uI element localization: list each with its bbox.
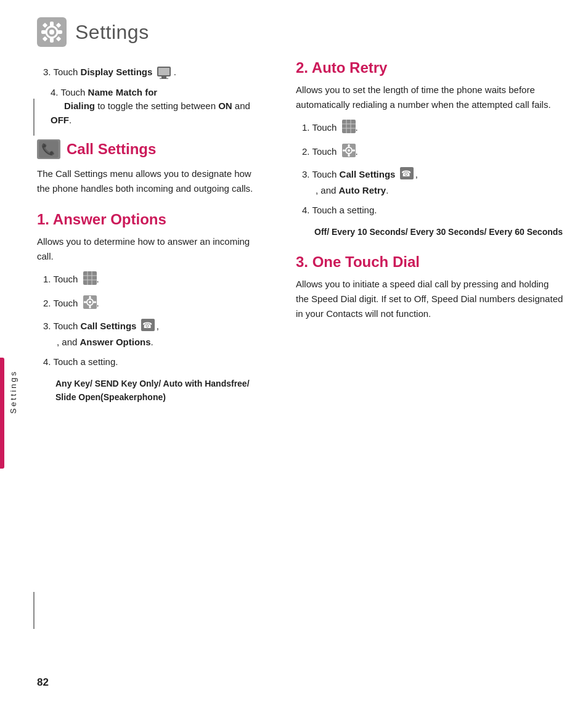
ar-grid-icon-1	[342, 120, 356, 138]
left-column: 3. Touch Display Settings . 4. Touch Nam…	[0, 59, 284, 411]
svg-rect-6	[57, 30, 62, 34]
ar-step1: 1. Touch .	[302, 120, 563, 138]
ar-gear-icon-1	[342, 144, 356, 162]
ao-callsettings-icon: ☎	[141, 319, 155, 335]
svg-point-38	[348, 149, 350, 152]
svg-rect-4	[50, 38, 54, 43]
call-settings-icon: 📞	[37, 139, 60, 159]
ar-callsettings-icon: ☎	[400, 167, 414, 184]
settings-icon	[37, 17, 67, 47]
svg-rect-14	[160, 78, 168, 79]
call-settings-title: Call Settings	[67, 141, 156, 158]
one-touch-dial-body: Allows you to initiate a speed dial call…	[296, 277, 563, 321]
ar-step3: 3. Touch Call Settings ☎ , , and Auto Re…	[302, 167, 563, 197]
svg-rect-13	[161, 76, 166, 78]
svg-rect-31	[342, 120, 356, 133]
ar-step4: 4. Touch a setting.	[302, 203, 563, 218]
ao-step1: 1. Touch .	[43, 271, 265, 289]
svg-rect-42	[353, 149, 355, 151]
svg-rect-41	[343, 149, 345, 151]
ao-step2: 2. Touch .	[43, 295, 265, 313]
svg-point-24	[89, 301, 91, 303]
svg-text:☎: ☎	[142, 321, 152, 330]
display-settings-icon	[155, 67, 173, 77]
side-tab-label: Settings	[9, 370, 18, 414]
svg-rect-28	[94, 301, 96, 303]
left-item-4: 4. Touch Name Match for Dialing to toggl…	[51, 86, 265, 128]
svg-text:☎: ☎	[401, 169, 411, 178]
one-touch-dial-heading: 3. One Touch Dial	[296, 253, 563, 271]
left-divider-bottom	[33, 592, 35, 629]
auto-retry-heading: 2. Auto Retry	[296, 59, 563, 76]
right-column: 2. Auto Retry Allows you to set the leng…	[284, 59, 588, 411]
page-header: Settings	[0, 0, 588, 53]
ao-options-block: Any Key/ SEND Key Only/ Auto with Handsf…	[55, 377, 265, 404]
auto-retry-body: Allows you to set the length of time the…	[296, 83, 563, 112]
svg-text:📞: 📞	[41, 142, 55, 156]
svg-rect-17	[83, 271, 97, 285]
page-number: 82	[37, 676, 49, 689]
left-item-3-bold: Display Settings	[81, 67, 153, 77]
svg-rect-40	[348, 154, 349, 157]
svg-rect-3	[50, 22, 54, 27]
ao-step3: 3. Touch Call Settings ☎ , , and Answer …	[43, 319, 265, 349]
call-settings-heading: 📞 Call Settings	[37, 139, 265, 159]
svg-rect-12	[158, 68, 169, 75]
ao-grid-icon-1	[83, 271, 97, 289]
svg-rect-39	[348, 144, 349, 147]
page-title: Settings	[75, 21, 149, 44]
side-tab-container: Settings	[0, 358, 18, 493]
ar-options-block: Off/ Every 10 Seconds/ Every 30 Seconds/…	[314, 225, 563, 239]
left-item-3-prefix: 3. Touch	[43, 67, 81, 77]
answer-options-body: Allows you to determine how to answer an…	[37, 234, 265, 264]
side-tab-bar	[0, 358, 4, 469]
svg-point-2	[49, 30, 54, 35]
ao-step4: 4. Touch a setting.	[43, 355, 265, 369]
svg-rect-27	[84, 301, 86, 303]
svg-rect-26	[89, 306, 91, 308]
svg-rect-5	[41, 30, 46, 34]
main-content: 3. Touch Display Settings . 4. Touch Nam…	[0, 53, 588, 436]
left-divider-top	[33, 99, 35, 136]
svg-rect-25	[89, 296, 91, 298]
answer-options-heading: 1. Answer Options	[37, 211, 265, 228]
ao-gear-icon-1	[83, 295, 97, 313]
call-settings-body: The Call Settings menu allows you to des…	[37, 166, 265, 196]
left-item-3: 3. Touch Display Settings .	[43, 65, 265, 80]
ar-step2: 2. Touch .	[302, 144, 563, 162]
